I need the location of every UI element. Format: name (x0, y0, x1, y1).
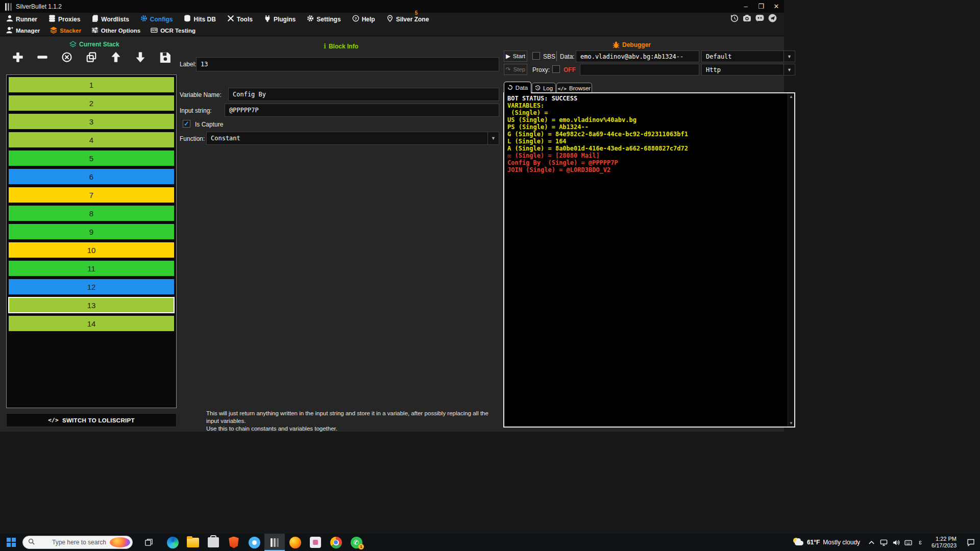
stack-block-9[interactable]: 9 (8, 223, 175, 240)
submenu-item-manager[interactable]: Manager (6, 27, 40, 35)
step-button[interactable]: ↷ Step (504, 64, 527, 75)
close-button[interactable]: ✕ (769, 0, 784, 13)
task-view-icon[interactable] (140, 534, 157, 551)
taskbar-app-whatsapp-icon[interactable]: ✆1 (346, 534, 366, 551)
volume-icon[interactable] (890, 534, 902, 551)
taskbar-app-store-icon[interactable] (203, 534, 224, 551)
variable-name-input[interactable] (228, 88, 499, 101)
remove-block-button[interactable] (36, 52, 49, 65)
menu-item-runner[interactable]: Runner (6, 15, 37, 23)
maximize-button[interactable]: ❐ (753, 0, 769, 13)
submenu-item-stacker[interactable]: Stacker (50, 27, 81, 35)
scroll-down-icon[interactable]: ▼ (789, 421, 793, 425)
taskbar-app-file-explorer-icon[interactable] (183, 534, 203, 551)
stack-block-13[interactable]: 13 (8, 297, 175, 313)
telegram-icon[interactable] (768, 14, 777, 24)
console-line: Config By (Single) = @PPPPP7P (507, 159, 791, 166)
keyboard-icon[interactable] (902, 534, 914, 551)
stack-block-12[interactable]: 12 (8, 279, 175, 295)
menu-item-proxies[interactable]: Proxies (48, 15, 80, 23)
stack-block-10[interactable]: 10 (8, 242, 175, 258)
chevron-down-icon[interactable]: ▼ (783, 64, 795, 75)
minimize-button[interactable]: – (738, 0, 753, 13)
move-up-button[interactable] (109, 52, 122, 65)
action-center-icon[interactable] (962, 534, 980, 551)
hitsdb-icon (184, 15, 191, 23)
input-string-label: Input string: (180, 107, 212, 114)
submenu-item-other-options[interactable]: Other Options (91, 27, 140, 35)
stack-block-8[interactable]: 8 (8, 205, 175, 221)
taskbar-app-firefox-icon[interactable] (285, 534, 305, 551)
tab-log[interactable]: Log (532, 83, 556, 93)
stack-block-11[interactable]: 11 (8, 260, 175, 277)
start-button[interactable]: ▶ Start (504, 51, 527, 62)
plus-icon (12, 52, 23, 65)
taskbar-app-silverbullet-icon[interactable] (264, 534, 285, 551)
weather-widget[interactable]: 61°F Mostly cloudy (788, 537, 865, 547)
console-scrollbar[interactable]: ▲ ▼ (788, 93, 794, 427)
discord-icon[interactable] (755, 14, 764, 24)
taskbar-app-brave-icon[interactable] (224, 534, 244, 551)
taskbar-app-light-app-icon[interactable] (305, 534, 326, 551)
start-button-windows[interactable] (0, 534, 22, 551)
proxy-checkbox[interactable] (552, 65, 560, 73)
taskbar-app-chrome-icon[interactable] (326, 534, 346, 551)
main-menu-bar: RunnerProxiesWordlistsConfigsHits DBTool… (0, 13, 784, 26)
menu-item-configs[interactable]: Configs (140, 15, 173, 23)
proxy-status: OFF (564, 66, 576, 73)
desktop: SilverBullet 1.1.2 – ❐ ✕ RunnerProxiesWo… (0, 0, 980, 551)
camera-icon[interactable] (743, 14, 751, 24)
taskbar-clock[interactable]: 1:22 PM 6/17/2023 (926, 536, 962, 549)
menu-item-wordlists[interactable]: Wordlists (91, 15, 129, 23)
move-down-button[interactable] (134, 52, 147, 65)
proxy-input[interactable] (580, 64, 699, 76)
proxy-type-dropdown[interactable]: Http ▼ (701, 64, 795, 76)
stack-block-1[interactable]: 1 (8, 77, 175, 93)
stack-block-4[interactable]: 4 (8, 132, 175, 148)
monitor-icon[interactable] (877, 534, 890, 551)
console-line: JOIN (Single) = @LORD3BDO_V2 (507, 166, 791, 173)
stack-block-5[interactable]: 5 (8, 150, 175, 166)
clear-stack-button[interactable] (60, 52, 74, 65)
tab-browser[interactable]: </>Browser (556, 83, 592, 93)
taskbar-app-edge-icon[interactable] (162, 534, 183, 551)
menu-item-silver-zone[interactable]: Silver Zone5 (386, 15, 429, 23)
add-block-button[interactable] (11, 52, 24, 65)
is-capture-checkbox[interactable]: ✓ (183, 120, 190, 128)
sbs-checkbox[interactable] (532, 52, 540, 60)
menu-item-help[interactable]: ?Help (352, 15, 375, 23)
taskbar-app-blue-app-icon[interactable] (244, 534, 264, 551)
ime-icon[interactable]: ɛ (914, 534, 926, 551)
stack-block-6[interactable]: 6 (8, 168, 175, 185)
divider (556, 51, 557, 61)
console-line: L (Single) = 164 (507, 138, 791, 145)
stack-block-3[interactable]: 3 (8, 113, 175, 130)
stack-block-2[interactable]: 2 (8, 95, 175, 111)
chevron-down-icon[interactable]: ▼ (783, 51, 795, 62)
switch-to-loliscript-button[interactable]: </> SWITCH TO LOLISCRIPT (6, 413, 177, 427)
stack-block-14[interactable]: 14 (8, 315, 175, 332)
chevron-up-icon[interactable] (865, 534, 877, 551)
variable-name-label: Variable Name: (180, 91, 222, 98)
label-input[interactable] (196, 57, 499, 71)
history-icon[interactable] (730, 14, 739, 24)
wordlist-type-dropdown[interactable]: Default ▼ (701, 51, 795, 62)
stacker-icon (50, 27, 57, 35)
debug-data-input[interactable] (576, 51, 699, 62)
manager-icon (6, 27, 13, 35)
menu-item-settings[interactable]: Settings (307, 15, 340, 23)
tab-data[interactable]: Data (504, 82, 531, 93)
chevron-down-icon[interactable]: ▼ (487, 132, 499, 144)
menu-item-hits-db[interactable]: Hits DB (184, 15, 215, 23)
menu-item-tools[interactable]: Tools (227, 15, 253, 23)
duplicate-block-button[interactable] (85, 52, 98, 65)
search-highlight-icon[interactable] (110, 537, 130, 547)
stack-block-7[interactable]: 7 (8, 187, 175, 203)
save-stack-button[interactable] (158, 52, 172, 65)
menu-item-plugins[interactable]: Plugins (264, 15, 296, 23)
taskbar-search[interactable]: Type here to search (22, 536, 133, 549)
function-dropdown[interactable]: Constant ▼ (206, 132, 499, 145)
input-string-input[interactable] (225, 104, 499, 117)
submenu-item-ocr-testing[interactable]: OCROCR Testing (151, 27, 195, 35)
scroll-up-icon[interactable]: ▲ (789, 94, 793, 99)
